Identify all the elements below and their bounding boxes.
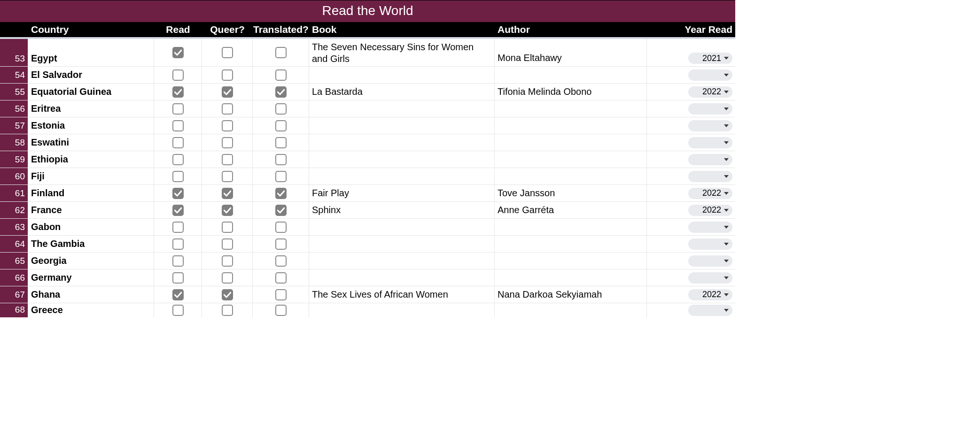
cell-read[interactable] [154,151,202,168]
cell-queer[interactable] [202,286,253,303]
checkbox-translated[interactable] [275,120,287,131]
cell-queer[interactable] [202,219,253,235]
cell-translated[interactable] [253,67,309,83]
checkbox-queer[interactable] [222,255,233,267]
row-number[interactable]: 66 [0,269,28,286]
cell-country[interactable]: Eswatini [28,134,154,151]
cell-translated[interactable] [253,253,309,269]
checkbox-read[interactable] [172,69,184,81]
checkbox-read[interactable] [172,238,184,250]
cell-book[interactable] [309,236,495,252]
cell-translated[interactable] [253,100,309,117]
checkbox-translated[interactable] [275,222,287,233]
header-year[interactable]: Year Read [647,22,735,37]
cell-author[interactable]: Tifonia Melinda Obono [495,84,647,100]
row-number[interactable]: 55 [0,84,28,100]
cell-author[interactable]: Mona Eltahawy [495,39,647,66]
cell-queer[interactable] [202,202,253,218]
cell-read[interactable] [154,253,202,269]
row-number[interactable]: 57 [0,117,28,134]
cell-year[interactable] [647,236,735,252]
cell-queer[interactable] [202,168,253,184]
year-dropdown[interactable]: 2022 [688,289,732,300]
year-dropdown[interactable]: 2022 [688,205,732,216]
cell-year[interactable]: 2022 [647,286,735,303]
checkbox-translated[interactable] [275,305,287,316]
checkbox-queer[interactable] [222,205,233,216]
cell-book[interactable] [309,117,495,134]
cell-year[interactable] [647,303,735,317]
year-dropdown[interactable] [688,103,732,115]
cell-year[interactable]: 2022 [647,202,735,218]
cell-country[interactable]: Ghana [28,286,154,303]
cell-year[interactable] [647,67,735,83]
cell-read[interactable] [154,100,202,117]
cell-author[interactable] [495,269,647,286]
cell-queer[interactable] [202,39,253,66]
checkbox-read[interactable] [172,86,184,98]
row-number[interactable]: 64 [0,236,28,252]
cell-read[interactable] [154,168,202,184]
row-number[interactable]: 59 [0,151,28,168]
cell-translated[interactable] [253,269,309,286]
cell-queer[interactable] [202,253,253,269]
cell-country[interactable]: Germany [28,269,154,286]
checkbox-read[interactable] [172,154,184,165]
cell-author[interactable]: Tove Jansson [495,185,647,201]
checkbox-read[interactable] [172,137,184,148]
row-number[interactable]: 56 [0,100,28,117]
checkbox-translated[interactable] [275,238,287,250]
cell-queer[interactable] [202,117,253,134]
year-dropdown[interactable] [688,255,732,267]
checkbox-read[interactable] [172,272,184,284]
cell-queer[interactable] [202,134,253,151]
cell-year[interactable] [647,219,735,235]
cell-author[interactable] [495,303,647,317]
checkbox-translated[interactable] [275,137,287,148]
year-dropdown[interactable] [688,69,732,81]
cell-read[interactable] [154,134,202,151]
checkbox-read[interactable] [172,188,184,199]
cell-translated[interactable] [253,84,309,100]
year-dropdown[interactable] [688,272,732,284]
checkbox-read[interactable] [172,289,184,300]
cell-book[interactable]: Sphinx [309,202,495,218]
checkbox-queer[interactable] [222,47,233,58]
cell-queer[interactable] [202,67,253,83]
cell-read[interactable] [154,219,202,235]
header-translated[interactable]: Translated? [253,22,309,37]
checkbox-read[interactable] [172,120,184,131]
cell-country[interactable]: Equatorial Guinea [28,84,154,100]
checkbox-read[interactable] [172,305,184,316]
cell-country[interactable]: Estonia [28,117,154,134]
year-dropdown[interactable] [688,171,732,182]
year-dropdown[interactable]: 2022 [688,86,732,98]
checkbox-read[interactable] [172,205,184,216]
row-number[interactable]: 54 [0,67,28,83]
cell-year[interactable] [647,269,735,286]
header-country[interactable]: Country [28,22,154,37]
cell-country[interactable]: Georgia [28,253,154,269]
row-number[interactable]: 65 [0,253,28,269]
cell-read[interactable] [154,236,202,252]
cell-country[interactable]: Egypt [28,39,154,66]
cell-translated[interactable] [253,134,309,151]
cell-book[interactable]: The Seven Necessary Sins for Women and G… [309,39,495,66]
cell-book[interactable]: La Bastarda [309,84,495,100]
cell-country[interactable]: El Salvador [28,67,154,83]
checkbox-queer[interactable] [222,69,233,81]
year-dropdown[interactable] [688,154,732,165]
checkbox-translated[interactable] [275,47,287,58]
cell-author[interactable] [495,151,647,168]
cell-translated[interactable] [253,219,309,235]
cell-read[interactable] [154,286,202,303]
year-dropdown[interactable]: 2021 [688,53,732,64]
checkbox-queer[interactable] [222,120,233,131]
cell-author[interactable] [495,253,647,269]
checkbox-queer[interactable] [222,171,233,182]
cell-country[interactable]: The Gambia [28,236,154,252]
checkbox-translated[interactable] [275,289,287,300]
header-read[interactable]: Read [154,22,202,37]
cell-translated[interactable] [253,117,309,134]
checkbox-translated[interactable] [275,154,287,165]
